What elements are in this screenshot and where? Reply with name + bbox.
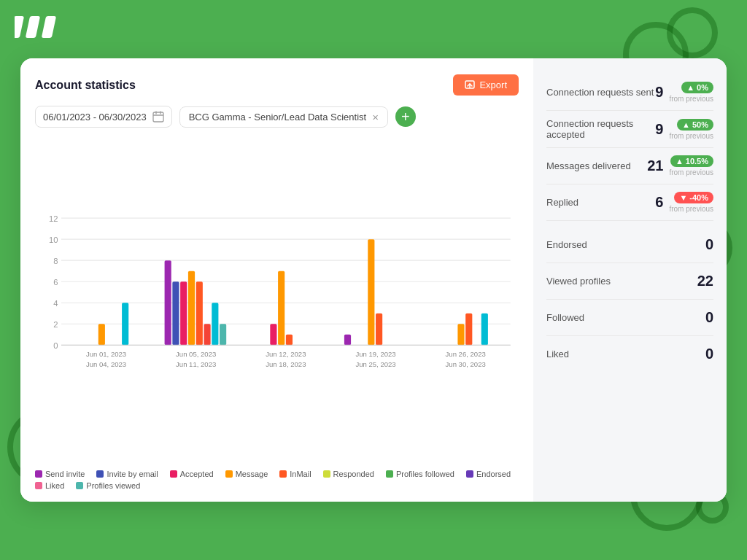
export-icon: [465, 80, 475, 90]
export-button[interactable]: Export: [453, 74, 519, 96]
svg-text:8: 8: [53, 257, 58, 265]
stat-followed: Followed 0: [546, 300, 713, 336]
legend-color: [35, 470, 42, 478]
svg-rect-0: [15, 16, 24, 38]
legend-label: Liked: [45, 481, 64, 490]
legend-item: Responded: [323, 470, 374, 478]
stat-replied: Replied 6 ▼ -40% from previous: [546, 184, 713, 221]
app-logo: [15, 13, 58, 41]
stat-messages-delivered: Messages delivered 21 ▲ 10.5% from previ…: [546, 148, 713, 184]
svg-rect-44: [465, 314, 472, 346]
bg-circle-3: [667, 7, 718, 58]
svg-rect-29: [212, 303, 218, 345]
stat-badge-messages: ▲ 10.5% from previous: [669, 155, 713, 176]
stat-connection-requests-sent: Connection requests sent 9 ▲ 0% from pre…: [546, 74, 713, 111]
legend-color: [76, 482, 83, 489]
svg-text:Jun 05, 2023: Jun 05, 2023: [176, 350, 216, 358]
svg-rect-43: [457, 324, 464, 345]
legend-color: [96, 470, 104, 478]
legend-label: Message: [236, 470, 268, 478]
svg-rect-35: [286, 335, 293, 346]
card-title: Account statistics: [35, 79, 136, 92]
svg-text:4: 4: [53, 299, 58, 308]
svg-rect-28: [204, 324, 210, 345]
stat-connection-requests-accepted: Connection requests accepted 9 ▲ 50% fro…: [546, 111, 713, 148]
card-header: Account statistics Export: [35, 74, 519, 96]
svg-rect-1: [26, 16, 40, 38]
stat-badge-replied: ▼ -40% from previous: [669, 192, 713, 213]
legend-item: InMail: [279, 470, 311, 478]
svg-text:Jun 04, 2023: Jun 04, 2023: [86, 360, 126, 368]
legend-color: [170, 470, 177, 478]
filters-row: 06/01/2023 - 06/30/2023 BCG Gamma - Seni…: [35, 106, 519, 128]
svg-rect-33: [270, 324, 276, 345]
tag-filter[interactable]: BCG Gamma - Senior/Lead Data Scientist ×: [179, 106, 388, 128]
svg-rect-34: [278, 271, 285, 346]
svg-text:Jun 19, 2023: Jun 19, 2023: [355, 350, 395, 358]
legend-item: Message: [225, 470, 268, 478]
calendar-icon: [152, 111, 164, 122]
legend-item: Profiles followed: [386, 470, 454, 478]
svg-text:Jun 12, 2023: Jun 12, 2023: [266, 350, 306, 358]
legend-color: [279, 470, 287, 478]
remove-filter-button[interactable]: ×: [372, 112, 379, 122]
svg-rect-40: [376, 314, 382, 346]
stat-viewed-profiles: Viewed profiles 22: [546, 263, 713, 300]
legend-color: [466, 470, 473, 478]
svg-rect-19: [98, 324, 105, 345]
svg-rect-4: [153, 112, 163, 122]
bar-chart: 024681012Jun 01, 2023Jun 04, 2023Jun 05,…: [35, 135, 519, 465]
legend-label: Invite by email: [107, 470, 158, 478]
legend-label: Endorsed: [476, 470, 511, 478]
svg-rect-27: [196, 281, 203, 345]
svg-rect-20: [122, 303, 128, 345]
svg-text:Jun 01, 2023: Jun 01, 2023: [86, 350, 126, 358]
svg-rect-30: [220, 324, 226, 345]
stat-endorsed: Endorsed 0: [546, 227, 713, 263]
left-panel: Account statistics Export 06/01/2023 - 0…: [20, 58, 533, 502]
chart-area: 024681012Jun 01, 2023Jun 04, 2023Jun 05,…: [35, 135, 519, 465]
legend-item: Accepted: [170, 470, 214, 478]
svg-rect-38: [344, 335, 351, 346]
legend-item: Liked: [35, 481, 64, 490]
svg-rect-24: [172, 281, 179, 345]
chart-legend: Send inviteInvite by emailAcceptedMessag…: [35, 465, 519, 490]
legend-label: Profiles followed: [396, 470, 454, 478]
legend-label: Responded: [333, 470, 374, 478]
svg-text:10: 10: [49, 236, 58, 244]
svg-rect-23: [165, 260, 171, 345]
legend-label: Profiles viewed: [86, 481, 140, 490]
legend-item: Invite by email: [96, 470, 158, 478]
legend-item: Send invite: [35, 470, 85, 478]
legend-color: [225, 470, 233, 478]
badge-replied: ▼ -40%: [674, 192, 713, 203]
svg-text:Jun 18, 2023: Jun 18, 2023: [266, 360, 306, 368]
legend-item: Profiles viewed: [76, 481, 140, 490]
stat-liked: Liked 0: [546, 336, 713, 372]
svg-text:Jun 30, 2023: Jun 30, 2023: [446, 360, 486, 368]
legend-label: Accepted: [180, 470, 214, 478]
svg-text:Jun 25, 2023: Jun 25, 2023: [355, 360, 395, 368]
svg-text:Jun 26, 2023: Jun 26, 2023: [446, 350, 486, 358]
date-filter[interactable]: 06/01/2023 - 06/30/2023: [35, 106, 172, 128]
svg-rect-45: [481, 314, 488, 346]
svg-text:Jun 11, 2023: Jun 11, 2023: [176, 360, 216, 368]
svg-text:12: 12: [49, 214, 58, 223]
legend-item: Endorsed: [466, 470, 511, 478]
svg-text:0: 0: [53, 341, 58, 350]
badge-messages: ▲ 10.5%: [670, 155, 713, 167]
svg-text:6: 6: [53, 278, 58, 287]
svg-rect-26: [188, 271, 195, 346]
legend-color: [386, 470, 393, 478]
legend-label: Send invite: [45, 470, 85, 478]
main-card: Account statistics Export 06/01/2023 - 0…: [20, 58, 727, 502]
svg-rect-25: [180, 281, 187, 345]
svg-text:2: 2: [53, 320, 58, 329]
legend-label: InMail: [290, 470, 311, 478]
stat-badge-sent: ▲ 0% from previous: [669, 82, 713, 103]
stat-badge-accepted: ▲ 50% from previous: [669, 119, 713, 140]
legend-color: [35, 482, 42, 489]
add-filter-button[interactable]: +: [395, 106, 416, 127]
svg-rect-2: [42, 16, 56, 38]
svg-rect-39: [368, 239, 374, 345]
